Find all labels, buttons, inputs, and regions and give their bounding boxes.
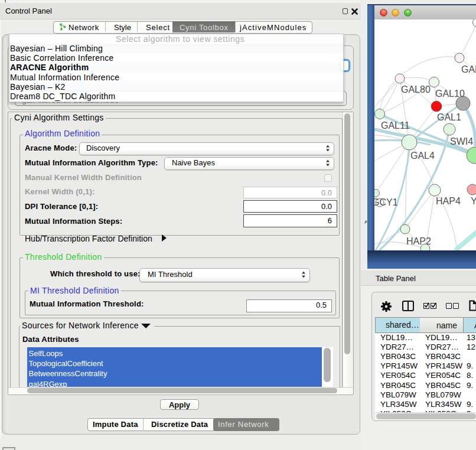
svg-text:HAP2: HAP2 [406, 236, 431, 246]
svg-text:GAL10: GAL10 [435, 89, 465, 99]
svg-text:HAP4: HAP4 [436, 196, 461, 206]
svg-text:SWI4: SWI4 [450, 136, 473, 146]
svg-text:GCY1: GCY1 [374, 197, 398, 207]
svg-text:GAL11: GAL11 [381, 120, 410, 131]
svg-text:GAL2: GAL2 [461, 64, 476, 74]
svg-text:GAL1: GAL1 [437, 112, 461, 122]
svg-text:Y: Y [471, 196, 476, 206]
svg-text:GAL80: GAL80 [401, 84, 431, 94]
svg-text:GAL4: GAL4 [410, 151, 435, 161]
